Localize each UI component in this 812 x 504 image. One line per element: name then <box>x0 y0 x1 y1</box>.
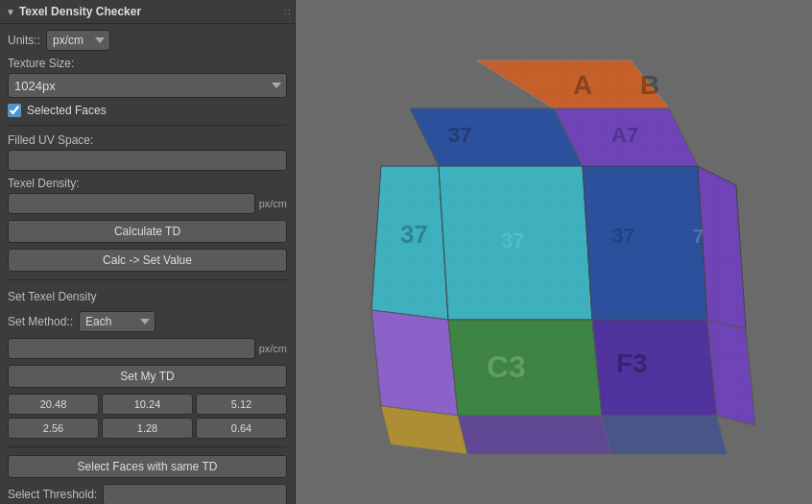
svg-text:37: 37 <box>400 220 428 249</box>
select-faces-same-td-button[interactable]: Select Faces with same TD <box>8 455 287 478</box>
collapse-icon[interactable]: ▼ <box>6 7 15 17</box>
svg-marker-19 <box>592 320 717 416</box>
svg-text:A7: A7 <box>611 123 638 147</box>
set-texel-density-label: Set Texel Density <box>8 288 287 305</box>
svg-marker-23 <box>602 416 727 454</box>
viewport: A B 37 A7 37 37 37 7 C3 F3 C3 <box>296 0 812 504</box>
texel-density-unit: px/cm <box>259 198 287 209</box>
svg-text:F3: F3 <box>616 348 648 378</box>
svg-marker-22 <box>458 416 611 454</box>
set-td-input[interactable]: 0 <box>8 338 255 359</box>
viewport-panel[interactable]: A B 37 A7 37 37 37 7 C3 F3 C3 <box>296 0 812 504</box>
texture-size-label: Texture Size: <box>8 57 287 70</box>
panel-title: Texel Density Checker <box>19 5 141 18</box>
svg-marker-15 <box>583 166 707 320</box>
set-method-label: Set Method:: <box>8 315 73 328</box>
drag-handle-icon[interactable]: ∷ <box>284 7 289 17</box>
svg-marker-11 <box>410 108 583 166</box>
divider-3 <box>8 446 287 447</box>
divider-1 <box>8 125 287 126</box>
svg-marker-17 <box>371 310 458 416</box>
divider-2 <box>8 279 287 280</box>
quick-value-4[interactable]: 1.28 <box>102 418 193 439</box>
quick-value-1[interactable]: 10.24 <box>102 394 193 415</box>
texel-density-group: Texel Density: 0.641 px/cm <box>8 177 287 214</box>
svg-text:A: A <box>573 70 592 100</box>
panel-header: ▼ Texel Density Checker ∷ <box>0 0 295 24</box>
set-method-select[interactable]: Each Averaged Uniform <box>79 311 155 332</box>
units-row: Units:: px/cm px/m px/inch <box>8 30 287 51</box>
filled-uv-label: Filled UV Space: <box>8 133 287 147</box>
quick-value-0[interactable]: 20.48 <box>8 394 99 415</box>
set-method-row: Set Method:: Each Averaged Uniform <box>8 311 287 332</box>
texture-size-group: Texture Size: 512px 1024px 2048px 4096px <box>8 57 287 98</box>
selected-faces-row: Selected Faces <box>8 104 287 117</box>
select-threshold-input[interactable]: 0.1 <box>103 484 287 504</box>
units-select[interactable]: px/cm px/m px/inch <box>46 30 110 51</box>
panel-title-group[interactable]: ▼ Texel Density Checker <box>6 5 141 18</box>
filled-uv-group: Filled UV Space: 5.172 % <box>8 133 287 171</box>
panel-body: Units:: px/cm px/m px/inch Texture Size:… <box>0 24 295 504</box>
quick-value-3[interactable]: 2.56 <box>8 418 99 439</box>
selected-faces-label[interactable]: Selected Faces <box>27 104 107 117</box>
texel-density-value: 0.641 <box>8 193 255 214</box>
filled-uv-value: 5.172 % <box>8 150 287 171</box>
quick-value-2[interactable]: 5.12 <box>196 394 287 415</box>
texel-density-label: Texel Density: <box>8 177 287 190</box>
left-panel: ▼ Texel Density Checker ∷ Units:: px/cm … <box>0 0 296 504</box>
svg-text:B: B <box>640 70 659 100</box>
svg-text:7: 7 <box>693 226 704 247</box>
quick-value-5[interactable]: 0.64 <box>196 418 287 439</box>
units-label: Units:: <box>8 34 40 47</box>
set-td-value-row: 0 px/cm <box>8 338 287 359</box>
svg-text:C3: C3 <box>487 349 526 384</box>
calc-set-value-button[interactable]: Calc -> Set Value <box>8 249 287 272</box>
cube-svg: A B 37 A7 37 37 37 7 C3 F3 C3 <box>352 32 755 473</box>
svg-text:37: 37 <box>611 224 634 248</box>
svg-text:37: 37 <box>448 123 471 147</box>
svg-text:37: 37 <box>501 228 524 252</box>
calculate-td-button[interactable]: Calculate TD <box>8 220 287 243</box>
set-td-unit: px/cm <box>259 343 287 354</box>
texture-size-select[interactable]: 512px 1024px 2048px 4096px <box>8 73 287 98</box>
texture-size-wrapper: 512px 1024px 2048px 4096px <box>8 73 287 98</box>
selected-faces-checkbox[interactable] <box>8 104 21 117</box>
set-my-td-button[interactable]: Set My TD <box>8 365 287 388</box>
select-threshold-row: Select Threshold: 0.1 <box>8 484 287 504</box>
select-threshold-label: Select Threshold: <box>8 488 97 501</box>
quick-values-grid: 20.48 10.24 5.12 2.56 1.28 0.64 <box>8 394 287 439</box>
